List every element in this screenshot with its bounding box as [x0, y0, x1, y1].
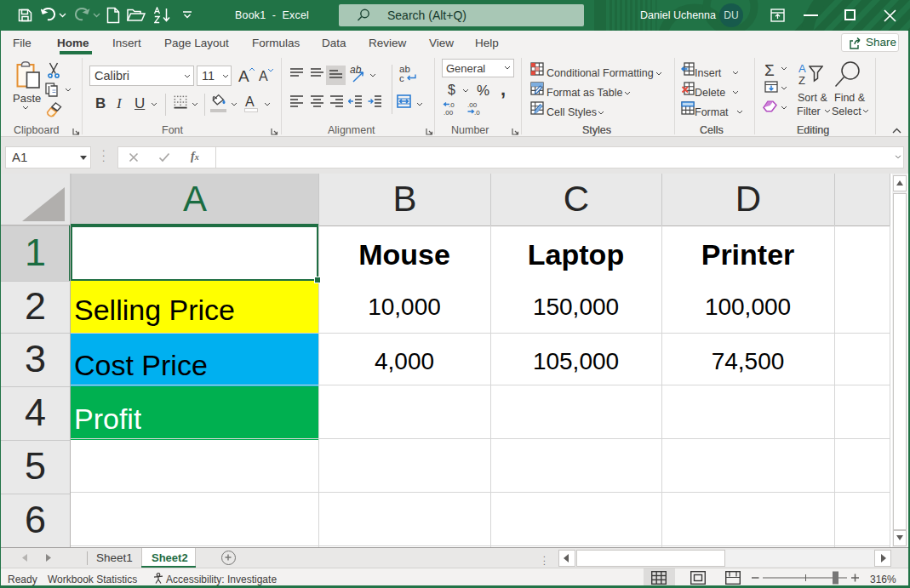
svg-text:.00: .00 [444, 109, 454, 116]
svg-text:.0: .0 [474, 109, 480, 116]
